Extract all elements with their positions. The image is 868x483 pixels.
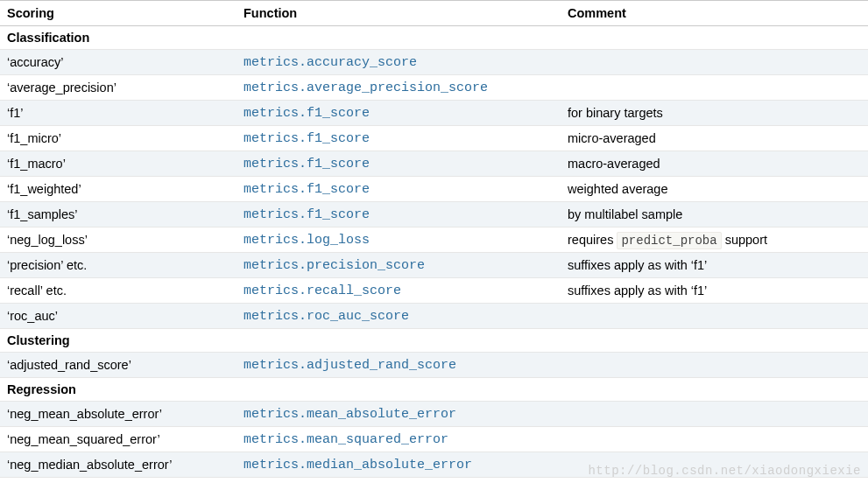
comment-text: requires	[568, 233, 617, 247]
scoring-label: ‘f1_micro’	[7, 131, 61, 145]
function-link[interactable]: metrics.average_precision_score	[243, 80, 488, 95]
function-cell: metrics.adjusted_rand_score	[236, 353, 561, 378]
comment-cell: suffixes apply as with ‘f1’	[561, 278, 868, 304]
comment-text: suffixes apply as with ‘f1’	[568, 258, 707, 272]
comment-text: support	[722, 233, 767, 247]
function-cell: metrics.f1_score	[236, 202, 561, 228]
scoring-cell: ‘neg_median_absolute_error’	[0, 452, 236, 478]
scoring-label: ‘average_precision’	[7, 80, 116, 94]
function-link[interactable]: metrics.f1_score	[243, 131, 370, 146]
function-cell: metrics.log_loss	[236, 228, 561, 253]
function-link[interactable]: metrics.adjusted_rand_score	[243, 358, 456, 373]
function-link[interactable]: metrics.median_absolute_error	[243, 458, 472, 472]
function-cell: metrics.f1_score	[236, 126, 561, 151]
table-row: ‘neg_mean_absolute_error’metrics.mean_ab…	[0, 402, 868, 427]
scoring-label: ‘f1_weighted’	[7, 182, 81, 196]
table-row: ‘neg_log_loss’metrics.log_lossrequires p…	[0, 228, 868, 253]
comment-cell	[561, 402, 868, 427]
scoring-cell: ‘f1_micro’	[0, 126, 236, 151]
function-cell: metrics.f1_score	[236, 151, 561, 177]
table-row: ‘adjusted_rand_score’metrics.adjusted_ra…	[0, 353, 868, 378]
function-cell: metrics.f1_score	[236, 177, 561, 202]
comment-cell: suffixes apply as with ‘f1’	[561, 253, 868, 278]
comment-text: suffixes apply as with ‘f1’	[568, 284, 707, 298]
function-cell: metrics.mean_absolute_error	[236, 402, 561, 427]
table-row: ‘roc_auc’metrics.roc_auc_score	[0, 304, 868, 329]
function-link[interactable]: metrics.log_loss	[243, 233, 370, 248]
comment-cell	[561, 353, 868, 378]
section-header: Classification	[0, 26, 868, 50]
section-title: Clustering	[0, 329, 868, 353]
table-row: ‘f1_weighted’metrics.f1_scoreweighted av…	[0, 177, 868, 202]
table-row: ‘r2’metrics.r2_score	[0, 478, 868, 484]
table-row: ‘neg_mean_squared_error’metrics.mean_squ…	[0, 427, 868, 452]
scoring-label: ‘accuracy’	[7, 55, 63, 69]
scoring-cell: ‘roc_auc’	[0, 304, 236, 329]
scoring-cell: ‘f1’	[0, 101, 236, 126]
header-comment: Comment	[561, 1, 868, 26]
scoring-cell: ‘average_precision’	[0, 75, 236, 101]
comment-text: for binary targets	[568, 106, 663, 120]
comment-cell: by multilabel sample	[561, 202, 868, 228]
comment-cell	[561, 75, 868, 101]
section-header: Regression	[0, 378, 868, 402]
header-row: Scoring Function Comment	[0, 1, 868, 26]
comment-cell: micro-averaged	[561, 126, 868, 151]
section-header: Clustering	[0, 329, 868, 353]
table-row: ‘precision’ etc.metrics.precision_scores…	[0, 253, 868, 278]
function-link[interactable]: metrics.f1_score	[243, 157, 370, 172]
section-title: Classification	[0, 26, 868, 50]
table-row: ‘f1’metrics.f1_scorefor binary targets	[0, 101, 868, 126]
scoring-label: ‘neg_median_absolute_error’	[7, 458, 172, 472]
comment-cell	[561, 427, 868, 452]
scoring-cell: ‘r2’	[0, 478, 236, 484]
comment-cell: requires predict_proba support	[561, 228, 868, 253]
comment-text: micro-averaged	[568, 131, 656, 145]
function-cell: metrics.f1_score	[236, 101, 561, 126]
header-scoring: Scoring	[0, 1, 236, 26]
scoring-cell: ‘recall’ etc.	[0, 278, 236, 304]
scoring-label: ‘neg_mean_absolute_error’	[7, 407, 162, 421]
function-link[interactable]: metrics.f1_score	[243, 207, 370, 222]
scoring-label: ‘f1_macro’	[7, 157, 66, 171]
function-link[interactable]: metrics.f1_score	[243, 182, 370, 197]
table-row: ‘f1_samples’metrics.f1_scoreby multilabe…	[0, 202, 868, 228]
comment-cell	[561, 50, 868, 75]
function-link[interactable]: metrics.roc_auc_score	[243, 309, 409, 324]
scoring-cell: ‘f1_weighted’	[0, 177, 236, 202]
comment-text: weighted average	[568, 182, 667, 196]
scoring-table: Scoring Function Comment Classification‘…	[0, 0, 868, 483]
comment-cell	[561, 452, 868, 478]
scoring-cell: ‘accuracy’	[0, 50, 236, 75]
comment-cell: macro-averaged	[561, 151, 868, 177]
scoring-label: ‘roc_auc’	[7, 309, 58, 323]
function-link[interactable]: metrics.recall_score	[243, 284, 401, 298]
function-link[interactable]: metrics.mean_absolute_error	[243, 407, 456, 422]
scoring-cell: ‘neg_mean_squared_error’	[0, 427, 236, 452]
function-link[interactable]: metrics.accuracy_score	[243, 55, 417, 70]
scoring-label: ‘f1’	[7, 106, 24, 120]
function-cell: metrics.accuracy_score	[236, 50, 561, 75]
scoring-label: ‘precision’ etc.	[7, 258, 87, 272]
scoring-label: ‘neg_mean_squared_error’	[7, 432, 160, 446]
table-row: ‘average_precision’metrics.average_preci…	[0, 75, 868, 101]
function-link[interactable]: metrics.precision_score	[243, 258, 425, 273]
scoring-cell: ‘precision’ etc.	[0, 253, 236, 278]
table-row: ‘accuracy’metrics.accuracy_score	[0, 50, 868, 75]
function-cell: metrics.precision_score	[236, 253, 561, 278]
scoring-label: ‘neg_log_loss’	[7, 233, 88, 247]
scoring-cell: ‘neg_mean_absolute_error’	[0, 402, 236, 427]
comment-cell: weighted average	[561, 177, 868, 202]
comment-cell: for binary targets	[561, 101, 868, 126]
function-cell: metrics.roc_auc_score	[236, 304, 561, 329]
function-cell: metrics.median_absolute_error	[236, 452, 561, 478]
function-cell: metrics.r2_score	[236, 478, 561, 484]
table-row: ‘f1_macro’metrics.f1_scoremacro-averaged	[0, 151, 868, 177]
comment-cell	[561, 478, 868, 484]
comment-text: by multilabel sample	[568, 207, 682, 221]
function-link[interactable]: metrics.f1_score	[243, 106, 370, 121]
function-cell: metrics.recall_score	[236, 278, 561, 304]
scoring-cell: ‘f1_macro’	[0, 151, 236, 177]
function-link[interactable]: metrics.mean_squared_error	[243, 432, 448, 447]
header-function: Function	[236, 1, 561, 26]
